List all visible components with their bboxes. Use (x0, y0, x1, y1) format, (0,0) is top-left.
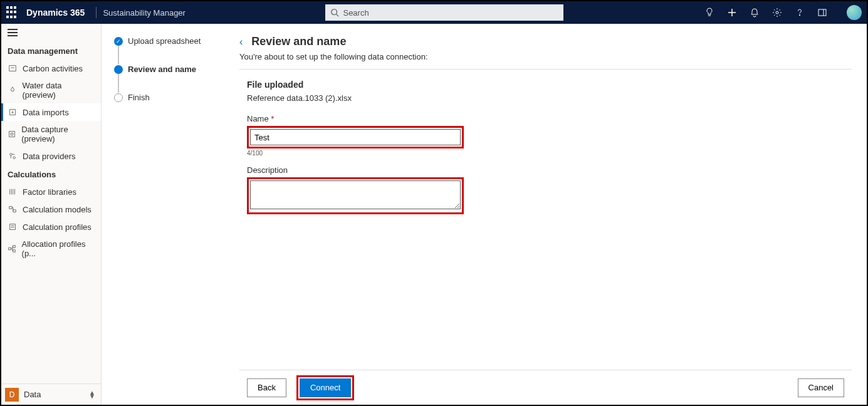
calc-profiles-icon (8, 222, 18, 232)
nav-label: Data capture (preview) (21, 125, 95, 143)
allocation-icon (8, 244, 17, 254)
svg-rect-18 (13, 250, 16, 252)
step-connector (118, 74, 119, 93)
nav-data-capture[interactable]: Data capture (preview) (1, 121, 101, 147)
name-input[interactable] (250, 129, 461, 145)
step-done-icon: ✓ (114, 37, 123, 46)
step-pending-icon (114, 93, 123, 102)
plus-icon[interactable] (726, 7, 738, 18)
section-data-management: Data management (1, 41, 101, 60)
hamburger-icon (8, 29, 18, 36)
nav-label: Water data (preview) (22, 81, 95, 100)
nav-water-data[interactable]: Water data (preview) (1, 77, 101, 103)
divider (96, 7, 97, 18)
search-placeholder: Search (343, 8, 369, 18)
nav-label: Calculation profiles (23, 222, 92, 232)
description-highlight (247, 177, 464, 214)
connect-highlight: Connect (296, 375, 354, 400)
site-sidebar: Data management Carbon activities Water … (1, 24, 102, 405)
chevron-updown-icon: ▲▼ (87, 391, 97, 398)
svg-point-4 (776, 11, 778, 14)
svg-rect-15 (10, 224, 16, 230)
description-label: Description (247, 165, 852, 175)
svg-point-0 (332, 9, 337, 15)
providers-icon (8, 151, 18, 161)
step-connector (118, 46, 119, 65)
search-input[interactable]: Search (325, 4, 563, 21)
area-picker[interactable]: D Data ▲▼ (1, 383, 101, 405)
gear-icon[interactable] (771, 7, 783, 18)
search-icon (330, 8, 339, 17)
carbon-icon (8, 63, 18, 73)
svg-line-1 (337, 14, 339, 17)
step-label: Upload spreadsheet (128, 36, 201, 46)
library-icon (8, 187, 18, 197)
svg-rect-6 (818, 9, 826, 16)
help-icon[interactable] (794, 7, 805, 18)
step-label: Finish (128, 93, 150, 102)
step-upload-spreadsheet[interactable]: ✓ Upload spreadsheet (114, 36, 224, 46)
nav-calculation-profiles[interactable]: Calculation profiles (1, 218, 101, 236)
wizard-steps: ✓ Upload spreadsheet Review and name Fin… (102, 24, 233, 405)
lightbulb-icon[interactable] (704, 7, 715, 18)
svg-rect-16 (9, 247, 11, 250)
description-textarea[interactable] (250, 180, 461, 209)
nav-label: Calculation models (23, 205, 92, 214)
nav-allocation-profiles[interactable]: Allocation profiles (p... (1, 236, 101, 262)
nav-label: Data providers (23, 152, 76, 161)
step-finish[interactable]: Finish (114, 93, 224, 102)
capture-icon (8, 129, 16, 139)
svg-point-5 (799, 14, 800, 15)
panel-icon[interactable] (817, 7, 828, 18)
file-uploaded-heading: File uploaded (247, 80, 852, 90)
step-label: Review and name (128, 65, 196, 74)
page-subtitle: You're about to set up the following dat… (239, 52, 852, 61)
svg-rect-17 (13, 246, 16, 248)
back-button[interactable]: Back (247, 378, 286, 397)
nav-label: Data imports (23, 108, 69, 117)
nav-label: Factor libraries (23, 187, 76, 197)
svg-rect-14 (13, 210, 16, 212)
page-title: Review and name (251, 35, 346, 48)
svg-rect-10 (9, 132, 15, 137)
connect-button[interactable]: Connect (300, 378, 351, 397)
user-avatar[interactable] (847, 5, 862, 20)
svg-point-12 (13, 157, 16, 159)
footer-bar: Back Connect Cancel (239, 370, 852, 405)
nav-factor-libraries[interactable]: Factor libraries (1, 183, 101, 200)
nav-label: Carbon activities (23, 64, 83, 73)
step-review-and-name[interactable]: Review and name (114, 65, 224, 74)
brand-label: Dynamics 365 (26, 8, 85, 18)
models-icon (8, 204, 18, 214)
nav-data-providers[interactable]: Data providers (1, 147, 101, 165)
uploaded-filename: Reference data.1033 (2).xlsx (247, 93, 852, 103)
back-chevron-icon[interactable]: ‹ (239, 36, 243, 48)
imports-icon (8, 107, 18, 117)
svg-rect-8 (9, 66, 16, 71)
sidebar-toggle[interactable] (1, 24, 101, 41)
section-calculations: Calculations (1, 165, 101, 183)
name-counter: 4/100 (247, 150, 852, 157)
water-icon (8, 85, 17, 95)
step-current-icon (114, 65, 123, 74)
nav-carbon-activities[interactable]: Carbon activities (1, 60, 101, 77)
svg-rect-13 (9, 207, 12, 209)
top-nav-bar: Dynamics 365 Sustainability Manager Sear… (1, 1, 867, 24)
required-asterisk: * (271, 114, 274, 123)
svg-point-11 (10, 154, 13, 156)
cancel-button[interactable]: Cancel (798, 378, 844, 397)
area-label: Data (24, 390, 87, 399)
nav-data-imports[interactable]: Data imports (1, 103, 101, 121)
bell-icon[interactable] (749, 7, 760, 18)
name-highlight (247, 126, 464, 148)
name-label: Name * (247, 114, 852, 123)
area-badge: D (5, 388, 19, 402)
main-content: ‹ Review and name You're about to set up… (233, 24, 867, 405)
app-name-label: Sustainability Manager (103, 8, 186, 18)
nav-calculation-models[interactable]: Calculation models (1, 200, 101, 218)
app-launcher-icon[interactable] (6, 6, 19, 19)
nav-label: Allocation profiles (p... (22, 239, 95, 258)
